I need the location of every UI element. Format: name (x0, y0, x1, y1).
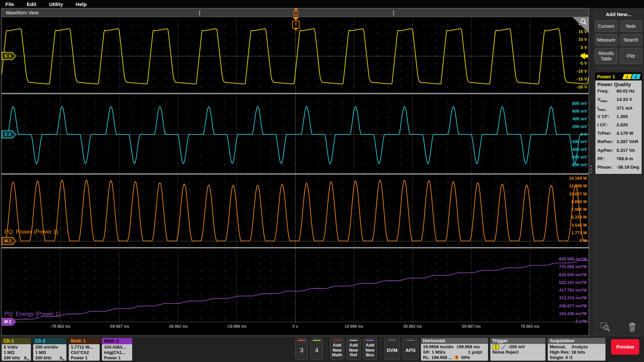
time-label: 0 s (292, 324, 298, 329)
add-new-ref-button[interactable]: Add New Ref (346, 338, 361, 360)
horizontal-panel[interactable]: Horizontal 19.9958 ms/div199.958 ms SR: … (421, 338, 488, 361)
time-axis-labels: -79.983 ms-59.987 ms-39.992 ms-19.996 ms… (2, 324, 589, 331)
scale-label: -15 V (577, 75, 587, 83)
trigger-source-badge: 1 (492, 345, 499, 350)
dvm-button[interactable]: DVM (384, 338, 400, 360)
math2-trace-label: PQ: Energy (Power 1) (4, 311, 60, 317)
add-new-button[interactable]: Measure (595, 34, 618, 46)
waveform-view-titlebar: Waveform View [ ] T (2, 8, 589, 17)
trigger-mini-flag-icon: T (294, 11, 298, 15)
add-new-button[interactable]: Cursors (595, 20, 618, 32)
menu-item[interactable]: Edit (27, 1, 36, 7)
add-new-button[interactable]: Plot (620, 48, 642, 64)
scale-label: 5.314 W (569, 214, 587, 221)
panel-splitter[interactable] (589, 8, 593, 336)
expansion-bracket-left[interactable]: [ (199, 8, 201, 17)
main-area: Waveform View [ ] T (0, 8, 644, 336)
group-divider (326, 338, 327, 360)
ch1-badge[interactable]: Ch 1 5 V/div 1 MΩ 200 kHzBw (2, 338, 31, 361)
group-divider (380, 338, 381, 360)
math2-badge[interactable]: Math 2 104.4383... intg(Ch1... Power 1 (102, 338, 132, 361)
sidebar-bottom-icons (600, 322, 637, 332)
menu-item[interactable]: Help (76, 1, 87, 7)
power1-results-panel[interactable]: Power 1 1 2 Power Quality Freq: 60.02 Hz (595, 72, 642, 174)
measurement-row: IRMS: 371 mA (597, 105, 640, 113)
trigger-position-icon: T (455, 356, 459, 360)
bottom-bar: Ch 1 5 V/div 1 MΩ 200 kHzBw Ch 2 200 mV/… (0, 336, 644, 362)
right-sidebar: Add New... CursorsNoteMeasureSearchResul… (593, 8, 644, 336)
splitter-grip-icon[interactable] (590, 166, 592, 173)
add-new-button[interactable]: Search (620, 34, 642, 46)
power1-results-header[interactable]: Power 1 1 2 (595, 73, 642, 80)
scale-label: 200 mV (571, 123, 587, 131)
bandwidth-icon: Bw (60, 355, 64, 361)
preview-button[interactable]: Preview (611, 339, 639, 355)
measurement-row: RePwr: 3.287 VAR (597, 138, 640, 147)
scale-label: 10 V (577, 36, 587, 44)
menu-item[interactable]: File (5, 1, 14, 7)
menu-item[interactable]: Utility (49, 1, 63, 7)
power1-badge-label: Power 1 (597, 74, 623, 79)
math1-badge[interactable]: Math 1 1.7712 W... Ch1*Ch2 Power 1 (69, 338, 100, 361)
scale-label: -800 mV (571, 161, 587, 169)
add-new-button[interactable]: Note (620, 20, 642, 32)
add-new-bus-button[interactable]: Add New Bus (363, 338, 377, 360)
measurement-row: Freq: 60.02 Hz (597, 88, 640, 96)
trigger-arrow-icon (293, 17, 299, 21)
scale-label: 0 V (571, 131, 587, 138)
measurement-row: PF: 785.9 m (597, 156, 640, 164)
bandwidth-icon: Bw (24, 355, 29, 361)
measurement-row: ApPwr: 5.317 VA (597, 147, 640, 156)
measurement-row: I CF: 2.025 (597, 122, 640, 130)
trigger-position-indicator[interactable]: T (292, 17, 300, 31)
scale-label: -5 V (577, 60, 587, 68)
scale-label: 8.856 W (569, 198, 587, 206)
trigger-position-mini-indicator[interactable]: T (294, 8, 298, 15)
math1-trace-label: PQ: Power (Power 1) (4, 229, 58, 235)
source2-badge: 2 (631, 74, 641, 79)
add-new-buttons: CursorsNoteMeasureSearchResults TablePlo… (595, 20, 642, 64)
trigger-level-arrow-icon (580, 53, 585, 59)
scale-label: 522.191 ms*W (559, 279, 587, 287)
acquisition-panel[interactable]: Acquisition Manual,Analyze High Res: 16 … (548, 338, 605, 361)
trigger-panel[interactable]: Trigger 1 -200 mV Noise Reject (490, 338, 545, 361)
scale-label: 600 mV (571, 108, 587, 115)
afg-button[interactable]: AFG (402, 338, 419, 360)
sidebar-divider (596, 68, 641, 68)
source1-badge: 1 (623, 74, 632, 79)
time-label: -59.987 ms (109, 324, 129, 329)
expansion-bracket-right[interactable]: ] (393, 8, 394, 17)
waveform-view-window: Waveform View [ ] T (1, 8, 589, 336)
trash-icon[interactable] (628, 322, 637, 332)
graticule[interactable]: 20 V15 V10 V5 V0 V-5 V-10 V-15 V-20 V 80… (2, 17, 589, 336)
time-label: 19.996 ms (344, 324, 363, 329)
measurement-row: Phase: -38.19 Deg (597, 164, 640, 172)
trigger-flag-icon: T (292, 21, 300, 28)
scale-label: -20 V (577, 83, 587, 92)
trigger-mini-arrow-icon (294, 8, 298, 11)
time-label: 39.992 ms (403, 324, 422, 329)
scale-label: 10.627 W (569, 190, 587, 198)
waveform-view-title: Waveform View (6, 10, 38, 15)
ch2-scale-labels: 800 mV600 mV400 mV200 mV0 V-200 mV-400 m… (571, 100, 587, 169)
scale-label: 417.753 ms*W (559, 287, 587, 294)
add-new-button[interactable]: Results Table (595, 48, 618, 64)
ch2-badge[interactable]: Ch 2 200 mV/div 1 MΩ 200 kHzBw (33, 338, 66, 361)
waveform-traces (2, 17, 589, 336)
trigger-level-indicator[interactable] (580, 53, 588, 59)
scale-label: 731.068 ms*W (559, 263, 587, 271)
zoom-select-icon[interactable] (600, 322, 610, 332)
ch3-button[interactable]: 3 (295, 338, 308, 360)
magnifier-icon (580, 18, 588, 26)
scale-label: 400 mV (571, 115, 587, 123)
scale-label: 5 V (577, 44, 587, 52)
scale-label: 14.169 W (569, 175, 587, 182)
time-label: 79.983 ms (521, 324, 539, 329)
math2-scale-labels: 835.506 ms*W731.068 ms*W626.630 ms*W522.… (559, 255, 587, 325)
add-new-math-button[interactable]: Add New Math (330, 338, 344, 360)
ch4-button[interactable]: 4 (310, 338, 323, 360)
scale-label: 0 W (569, 237, 587, 245)
measurement-row: V CF: 1.305 (597, 113, 640, 122)
scale-label: 7.085 W (569, 206, 587, 214)
menu-bar: FileEditUtilityHelp (0, 0, 644, 8)
